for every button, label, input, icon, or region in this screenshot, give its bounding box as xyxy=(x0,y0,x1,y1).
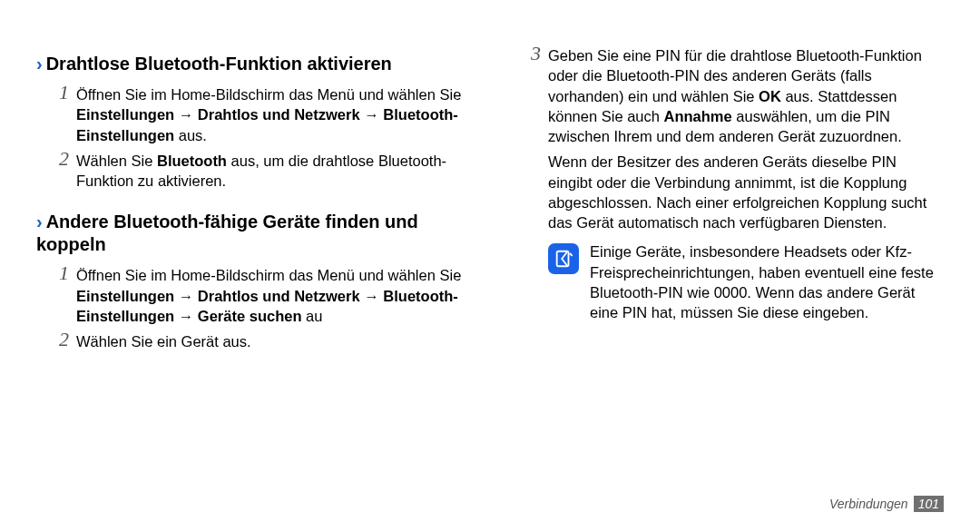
step-number: 1 xyxy=(53,83,69,143)
continuation-paragraph: Wenn der Besitzer des anderen Geräts die… xyxy=(548,152,944,232)
page-number: 101 xyxy=(914,496,944,512)
step-1: 1 Öffnen Sie im Home-Bildschirm das Menü… xyxy=(53,265,472,326)
heading-text: Drahtlose Bluetooth-Funktion aktivieren xyxy=(46,54,392,74)
footer-section-label: Verbindungen xyxy=(829,497,908,511)
step-body: Geben Sie eine PIN für die drahtlose Blu… xyxy=(548,45,944,146)
text: Öffnen Sie im Home-Bildschirm das Menü u… xyxy=(76,86,461,103)
text-bold: OK xyxy=(759,88,781,104)
menu-path: Geräte suchen xyxy=(198,308,302,324)
step-2: 2 Wählen Sie ein Gerät aus. xyxy=(53,331,472,351)
heading-text: Andere Bluetooth-fähige Geräte finden un… xyxy=(36,212,418,254)
step-number: 3 xyxy=(524,44,541,144)
menu-path: Einstellungen xyxy=(76,288,174,304)
menu-path: Einstellungen xyxy=(76,106,174,123)
arrow-sep: → xyxy=(174,288,198,304)
right-column: 3 Geben Sie eine PIN für die drahtlose B… xyxy=(508,45,944,357)
step-body: Öffnen Sie im Home-Bildschirm das Menü u… xyxy=(76,84,472,145)
step-body: Öffnen Sie im Home-Bildschirm das Menü u… xyxy=(76,265,472,326)
section-heading-activate: ›Drahtlose Bluetooth-Funktion aktivieren xyxy=(36,53,472,75)
text: au xyxy=(302,308,323,324)
menu-path: Drahtlos und Netzwerk xyxy=(198,106,360,123)
section-heading-pair: ›Andere Bluetooth-fähige Geräte finden u… xyxy=(36,211,472,256)
step-number: 2 xyxy=(53,149,69,190)
note-body: Einige Geräte, insbesondere Headsets ode… xyxy=(590,241,944,322)
arrow-sep: → xyxy=(360,106,384,123)
text-bold: Annahme xyxy=(664,108,732,124)
step-body: Wählen Sie Bluetooth aus, um die drahtlo… xyxy=(76,151,472,192)
two-column-layout: ›Drahtlose Bluetooth-Funktion aktivieren… xyxy=(36,45,944,357)
step-body: Wählen Sie ein Gerät aus. xyxy=(76,331,472,351)
arrow-sep: → xyxy=(174,106,198,123)
step-number: 2 xyxy=(53,330,69,350)
text: Wählen Sie xyxy=(76,153,157,169)
text: aus. xyxy=(174,127,207,143)
step-3: 3 Geben Sie eine PIN für die drahtlose B… xyxy=(524,45,944,146)
chevron-right-icon: › xyxy=(36,212,43,232)
arrow-sep: → xyxy=(174,308,198,324)
step-number: 1 xyxy=(53,263,69,324)
info-note: Einige Geräte, insbesondere Headsets ode… xyxy=(548,241,944,322)
step-1: 1 Öffnen Sie im Home-Bildschirm das Menü… xyxy=(53,84,472,145)
note-icon xyxy=(548,243,579,274)
text-bold: Bluetooth xyxy=(157,153,227,169)
menu-path: Drahtlos und Netzwerk xyxy=(198,288,360,304)
text: Öffnen Sie im Home-Bildschirm das Menü u… xyxy=(76,267,461,283)
page-footer: Verbindungen 101 xyxy=(829,496,944,512)
arrow-sep: → xyxy=(360,288,384,304)
left-column: ›Drahtlose Bluetooth-Funktion aktivieren… xyxy=(36,45,472,357)
step-2: 2 Wählen Sie Bluetooth aus, um die draht… xyxy=(53,151,472,192)
chevron-right-icon: › xyxy=(36,54,43,74)
